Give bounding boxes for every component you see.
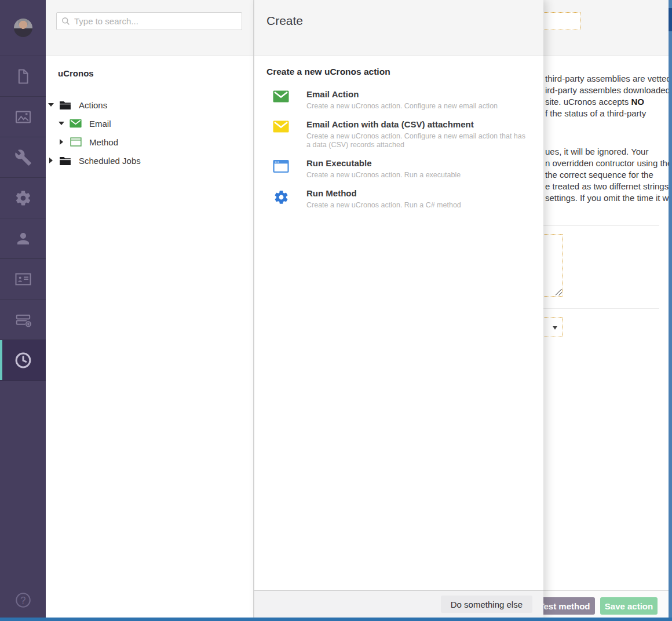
dialog-title: Create bbox=[266, 14, 543, 28]
tree-item-method[interactable]: Method bbox=[46, 133, 253, 151]
window-green-icon bbox=[70, 137, 82, 147]
clock-icon bbox=[13, 350, 33, 370]
scrollbar-thumb[interactable] bbox=[669, 8, 672, 31]
create-options-list: Email Action Create a new uCronos action… bbox=[266, 89, 531, 210]
caret-right-icon[interactable] bbox=[60, 139, 63, 145]
gear-icon bbox=[14, 189, 32, 207]
chevron-down-icon bbox=[553, 326, 557, 330]
search-icon bbox=[61, 17, 70, 25]
gear-blue-icon bbox=[273, 188, 289, 210]
user-icon bbox=[14, 230, 32, 247]
tree-panel: uCronos Actions bbox=[46, 0, 254, 618]
window-bottom-edge bbox=[0, 618, 672, 621]
create-dialog: Create Create a new uCronos action Email… bbox=[254, 0, 543, 618]
option-title: Email Action bbox=[306, 89, 498, 100]
id-card-icon bbox=[14, 270, 32, 288]
sidebar-section-developer[interactable] bbox=[0, 178, 46, 218]
avatar-cell bbox=[0, 0, 46, 56]
help-circle-icon: ? bbox=[14, 591, 32, 609]
caret-right-icon[interactable] bbox=[49, 158, 53, 163]
tree-item-label: Actions bbox=[79, 100, 107, 110]
tree-item-label: Scheduled Jobs bbox=[79, 156, 141, 166]
folder-icon bbox=[59, 100, 71, 110]
resize-handle[interactable] bbox=[556, 289, 562, 295]
envelope-green-icon bbox=[273, 89, 289, 111]
info-paragraph-2: ues, it will be ignored. Your n overridd… bbox=[545, 146, 672, 204]
avatar[interactable] bbox=[14, 19, 32, 37]
caret-down-icon[interactable] bbox=[48, 103, 54, 107]
envelope-green-icon bbox=[70, 119, 82, 128]
option-description: Create a new uCronos action. Configure a… bbox=[306, 132, 531, 149]
tree-item-scheduled-jobs[interactable]: Scheduled Jobs bbox=[46, 151, 253, 170]
folder-icon bbox=[59, 156, 71, 166]
do-something-else-button[interactable]: Do something else bbox=[441, 596, 532, 613]
option-title: Run Executable bbox=[306, 158, 461, 169]
envelope-yellow-icon bbox=[273, 119, 289, 149]
document-icon bbox=[14, 68, 32, 85]
create-dialog-header: Create bbox=[254, 0, 543, 56]
caret-down-icon[interactable] bbox=[59, 122, 64, 125]
dialog-heading: Create a new uCronos action bbox=[266, 67, 531, 77]
tree-item-label: Email bbox=[89, 119, 111, 129]
section-sidebar: ? bbox=[0, 0, 46, 618]
sidebar-section-packages[interactable] bbox=[0, 299, 46, 340]
server-add-icon bbox=[14, 310, 32, 329]
help-button[interactable]: ? bbox=[0, 591, 46, 609]
option-description: Create a new uCronos action. Run a execu… bbox=[306, 171, 461, 180]
app-window: ? uCronos bbox=[0, 0, 672, 621]
sidebar-section-members[interactable] bbox=[0, 259, 46, 299]
sidebar-section-content[interactable] bbox=[0, 56, 46, 97]
option-email-action[interactable]: Email Action Create a new uCronos action… bbox=[273, 89, 531, 111]
create-dialog-footer: Do something else bbox=[254, 590, 543, 618]
wrench-icon bbox=[14, 149, 32, 166]
image-icon bbox=[14, 108, 32, 126]
search-input[interactable] bbox=[74, 16, 237, 26]
save-action-button[interactable]: Save action bbox=[600, 597, 658, 615]
create-dialog-body: Create a new uCronos action Email Action… bbox=[254, 56, 543, 210]
option-title: Email Action with data (CSV) attachment bbox=[306, 119, 531, 130]
tree-item-actions[interactable]: Actions bbox=[46, 96, 253, 114]
option-description: Create a new uCronos action. Run a C# me… bbox=[306, 201, 461, 210]
tree-panel-header bbox=[46, 0, 253, 56]
option-title: Run Method bbox=[306, 188, 461, 199]
option-run-method[interactable]: Run Method Create a new uCronos action. … bbox=[273, 188, 531, 210]
tree-list: Actions Email bbox=[46, 96, 253, 170]
tree-item-email[interactable]: Email bbox=[46, 114, 253, 133]
tree-item-label: Method bbox=[89, 137, 118, 147]
sidebar-section-users[interactable] bbox=[0, 218, 46, 259]
search-box[interactable] bbox=[56, 12, 242, 30]
tree-root-title: uCronos bbox=[58, 68, 253, 78]
option-email-action-csv[interactable]: Email Action with data (CSV) attachment … bbox=[273, 119, 531, 149]
sidebar-section-ucronos[interactable] bbox=[0, 340, 46, 381]
window-blue-icon bbox=[273, 158, 289, 180]
sidebar-section-media[interactable] bbox=[0, 97, 46, 137]
scrollbar[interactable] bbox=[669, 0, 672, 618]
option-description: Create a new uCronos action. Configure a… bbox=[306, 102, 498, 111]
svg-text:?: ? bbox=[20, 595, 25, 606]
option-run-executable[interactable]: Run Executable Create a new uCronos acti… bbox=[273, 158, 531, 180]
info-paragraph-1: third-party assemblies are vetted ird-pa… bbox=[545, 73, 671, 119]
sidebar-section-settings[interactable] bbox=[0, 137, 46, 178]
